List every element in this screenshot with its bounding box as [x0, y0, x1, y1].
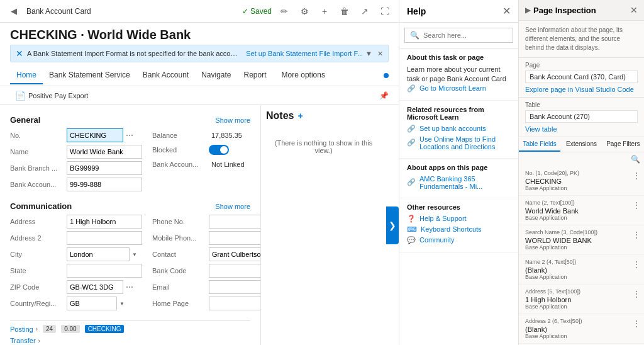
expand-button[interactable]: ⛶	[377, 4, 392, 19]
field-source: Base Application	[525, 215, 638, 221]
no-input[interactable]	[67, 128, 123, 142]
city-input[interactable]	[67, 247, 130, 261]
share-button[interactable]: ↗	[357, 4, 372, 19]
field-menu-icon[interactable]: ⋮	[633, 201, 640, 210]
communication-show-more[interactable]: Show more	[215, 203, 250, 210]
state-input[interactable]	[67, 264, 142, 278]
field-menu-icon[interactable]: ⋮	[633, 171, 640, 180]
field-bank-code: Bank Code	[152, 264, 260, 278]
blocked-label: Blocked	[152, 146, 209, 154]
page-label: Page	[525, 62, 638, 69]
tab-table-fields[interactable]: Table Fields	[519, 137, 560, 152]
contact-input[interactable]	[209, 247, 260, 261]
address2-input[interactable]	[67, 231, 142, 245]
help-amc-link[interactable]: 🔗 AMC Banking 365 Fundamentals - Mi...	[407, 175, 511, 190]
help-about-title: About this task or page	[407, 54, 511, 61]
mobile-input[interactable]	[209, 231, 260, 245]
bank-code-input[interactable]	[209, 264, 260, 278]
field-no: No. ⋯	[10, 128, 142, 142]
tab-navigate[interactable]: Navigate	[195, 67, 237, 84]
settings-button[interactable]: ⚙	[297, 4, 312, 19]
alert-banner: ✕ A Bank Statement Import Format is not …	[10, 45, 389, 62]
tab-report[interactable]: Report	[238, 67, 273, 84]
general-title: General	[10, 115, 40, 125]
alert-text: A Bank Statement Import Format is not sp…	[27, 50, 241, 57]
field-zip: ZIP Code ⋯	[10, 280, 142, 294]
no-menu-icon[interactable]: ⋯	[125, 130, 135, 141]
field-menu-icon[interactable]: ⋮	[633, 290, 640, 298]
explore-link[interactable]: Explore page in Visual Studio Code	[525, 86, 638, 93]
notes-add-button[interactable]: +	[297, 111, 303, 121]
transfer-section[interactable]: Transfer ›	[10, 337, 250, 344]
tab-home[interactable]: Home	[10, 67, 43, 84]
address-input[interactable]	[67, 215, 142, 229]
add-button[interactable]: +	[317, 4, 332, 19]
help-related-section: Related resources from Microsoft Learn 🔗…	[399, 101, 518, 159]
name-input[interactable]	[67, 145, 142, 159]
help-bank-link[interactable]: 🔗 Set up bank accounts	[407, 125, 511, 133]
help-title: Help	[407, 6, 426, 16]
field-balance: Balance 17,835.35	[152, 128, 250, 142]
nav-tabs: Home Bank Statement Service Bank Account…	[0, 65, 399, 86]
expand-icon[interactable]: ▶	[525, 6, 531, 14]
alert-close-icon[interactable]: ✕	[377, 50, 383, 58]
zip-input[interactable]	[67, 280, 123, 294]
edit-button[interactable]: ✏	[277, 4, 292, 19]
bank-account-label: Bank Accoun...	[10, 181, 67, 188]
tab-page-filters[interactable]: Page Filters	[602, 137, 644, 152]
help-search-input[interactable]	[423, 31, 508, 39]
inspection-close-button[interactable]: ✕	[630, 5, 638, 15]
help-shortcuts-link[interactable]: ⌨ Keyboard Shortcuts	[407, 225, 511, 234]
inspection-search-icon[interactable]: 🔍	[631, 155, 640, 164]
help-support-link[interactable]: ❓ Help & Support	[407, 215, 511, 223]
field-bank-account2: Bank Accoun... Not Linked	[152, 157, 250, 171]
country-dropdown-icon[interactable]: ▼	[119, 301, 125, 307]
help-community-link[interactable]: 💬 Community	[407, 236, 511, 244]
help-maps-link[interactable]: 🔗 Use Online Maps to Find Locations and …	[407, 135, 511, 150]
expand-panel-button[interactable]: ❯	[386, 206, 399, 244]
back-button[interactable]: ◀	[6, 4, 21, 19]
positive-pay-button[interactable]: 📄 Positive Pay Export	[10, 89, 93, 103]
bank-account-input[interactable]	[67, 178, 142, 191]
city-dropdown-icon[interactable]: ▼	[132, 252, 137, 257]
field-menu-icon[interactable]: ⋮	[633, 230, 640, 239]
tab-more-options[interactable]: More options	[275, 67, 331, 84]
field-menu-icon[interactable]: ⋮	[633, 260, 640, 269]
phone-label: Phone No.	[152, 218, 209, 225]
field-phone: Phone No.	[152, 215, 260, 229]
bank-code-label: Bank Code	[152, 267, 209, 274]
alert-link[interactable]: Set up Bank Statement File Import F...	[246, 50, 363, 57]
table-row: Search Name (3, Code[100]) WORLD WIDE BA…	[519, 225, 644, 255]
name-label: Name	[10, 148, 67, 156]
phone-input[interactable]	[209, 215, 260, 229]
general-show-more[interactable]: Show more	[215, 116, 250, 124]
email-input[interactable]	[209, 280, 260, 294]
transfer-chevron: ›	[38, 337, 40, 344]
help-close-button[interactable]: ✕	[502, 5, 511, 17]
bank-branch-input[interactable]	[67, 161, 142, 175]
alert-dropdown-icon[interactable]: ▼	[365, 50, 372, 57]
homepage-input[interactable]	[209, 297, 260, 310]
general-section-header: General Show more	[10, 115, 250, 125]
community-icon: 💬	[407, 236, 416, 244]
country-input[interactable]	[67, 297, 117, 310]
posting-section[interactable]: Posting › 24 0.00 CHECKING	[10, 325, 250, 333]
form-panel: General Show more No. ⋯	[0, 105, 260, 345]
pin-icon[interactable]: 📌	[379, 91, 389, 100]
zip-menu-icon[interactable]: ⋯	[125, 281, 135, 293]
field-value: (Blank)	[525, 325, 638, 333]
field-label: Search Name (3, Code[100])	[525, 229, 638, 235]
doc-icon: 📄	[15, 91, 26, 101]
blocked-toggle[interactable]	[209, 145, 229, 155]
tab-bank-statement-service[interactable]: Bank Statement Service	[43, 67, 136, 84]
tab-bank-account[interactable]: Bank Account	[136, 67, 195, 84]
view-table-link[interactable]: View table	[525, 125, 638, 133]
tab-extensions[interactable]: Extensions	[560, 137, 602, 152]
field-menu-icon[interactable]: ⋮	[633, 319, 640, 328]
inspection-table-section: Table Bank Account (270) View table	[519, 98, 644, 137]
inspection-tabs: Table Fields Extensions Page Filters	[519, 137, 644, 152]
page-title: CHECKING · World Wide Bank	[0, 23, 399, 45]
help-learn-link[interactable]: 🔗 Go to Microsoft Learn	[407, 84, 511, 93]
support-icon: ❓	[407, 215, 416, 223]
delete-button[interactable]: 🗑	[337, 4, 352, 19]
